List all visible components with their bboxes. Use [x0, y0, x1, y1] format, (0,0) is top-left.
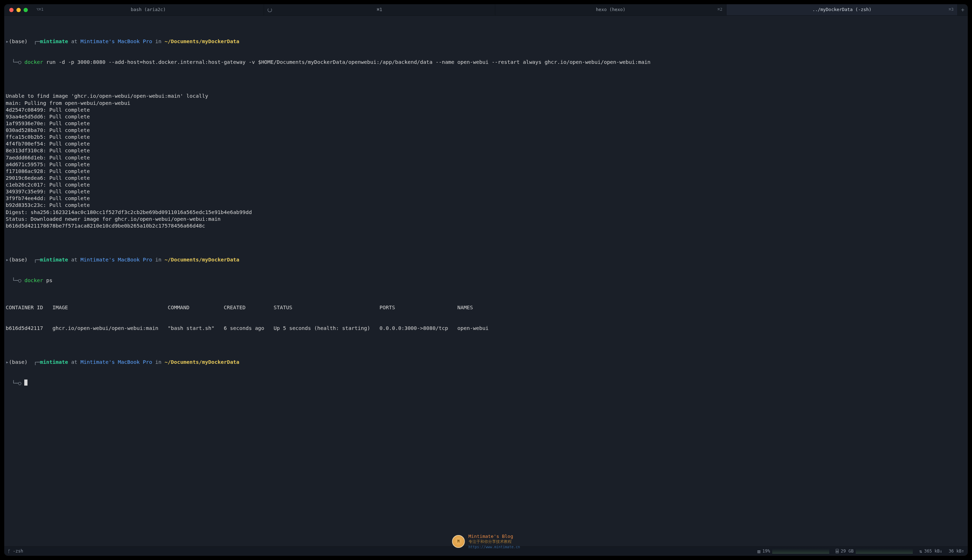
new-tab-button[interactable]: +	[958, 4, 968, 15]
status-cpu-value: 19%	[762, 548, 770, 554]
command-line-2: └─○ docker ps	[6, 277, 966, 284]
tab-4-shortcut: ⌘3	[949, 7, 954, 12]
cmd2-name: docker	[24, 278, 43, 283]
network-icon	[919, 548, 922, 555]
tab-3-label: hexo (hexo)	[596, 7, 625, 13]
output-line: b616d5d421178678be7f571aca8210e10cd9be0b…	[6, 223, 966, 229]
output-line: f171086ac928: Pull complete	[6, 168, 966, 175]
prompt-at: at	[71, 38, 77, 44]
watermark-subtitle: 专注于和你分享技术教程	[468, 539, 520, 545]
output-line: 030ad528ba70: Pull complete	[6, 127, 966, 134]
spinner-icon	[268, 8, 272, 12]
tab-2[interactable]: ⌘1	[264, 4, 495, 15]
watermark-url: https://www.mintimate.cn	[468, 545, 520, 549]
status-net-up: 36 kB↑	[949, 548, 964, 554]
prompt-env: (base)	[9, 38, 27, 44]
ps-row: b616d5d42117 ghcr.io/open-webui/open-web…	[6, 325, 966, 332]
watermark: M Mintimate's Blog 专注于和你分享技术教程 https://w…	[452, 533, 520, 549]
prompt-corner-bot: └─○	[12, 59, 21, 65]
output-line: 93aa4e5d5dd6: Pull complete	[6, 113, 966, 120]
output-line: b92d8353c23c: Pull complete	[6, 202, 966, 209]
output-line: 3f9fb74ee4dd: Pull complete	[6, 195, 966, 202]
status-net-down: 365 kB↓	[924, 548, 942, 554]
ram-sparkline	[856, 548, 913, 553]
output-line: 1af95936e70e: Pull complete	[6, 120, 966, 127]
tab-4-label: ../myDockerData (-zsh)	[812, 7, 872, 13]
output-line: c1eb26c2c017: Pull complete	[6, 182, 966, 188]
output-block-1: Unable to find image 'ghcr.io/open-webui…	[6, 93, 966, 229]
output-line: Unable to find image 'ghcr.io/open-webui…	[6, 93, 966, 100]
output-line: a4d671c59575: Pull complete	[6, 161, 966, 168]
tab-1-left-shortcut: ⌥⌘1	[37, 7, 43, 12]
window-controls	[4, 4, 33, 15]
output-line: ffca15c0b2b5: Pull complete	[6, 134, 966, 140]
zoom-button[interactable]	[23, 8, 28, 12]
status-branch-label: -zsh	[13, 548, 23, 554]
output-line: main: Pulling from open-webui/open-webui	[6, 100, 966, 107]
tab-1-label: bash (aria2c)	[131, 7, 166, 13]
output-line: 7aeddd66d1eb: Pull complete	[6, 155, 966, 161]
output-line: Status: Downloaded newer image for ghcr.…	[6, 216, 966, 223]
watermark-avatar-icon: M	[452, 535, 465, 548]
close-button[interactable]	[9, 8, 13, 12]
prompt-caret: ▸	[6, 38, 9, 44]
prompt-line-2: ▸(base) ┌─mintimate at Mintimate's MacBo…	[6, 257, 966, 263]
watermark-text: Mintimate's Blog 专注于和你分享技术教程 https://www…	[468, 533, 520, 549]
tab-4-active[interactable]: ../myDockerData (-zsh) ⌘3	[727, 4, 958, 15]
output-line: 349397c35e99: Pull complete	[6, 188, 966, 195]
minimize-button[interactable]	[17, 8, 21, 12]
prompt-user: mintimate	[40, 38, 68, 44]
cmd2-args: ps	[47, 278, 52, 283]
output-line: 4d2547c08499: Pull complete	[6, 107, 966, 113]
tab-3-shortcut: ⌘2	[718, 7, 723, 12]
ps-header: CONTAINER ID IMAGE COMMAND CREATED STATU…	[6, 304, 966, 311]
command-line-1: └─○ docker run -d -p 3000:8080 --add-hos…	[6, 59, 966, 66]
output-line: Digest: sha256:1623214ac0c180cc1f527df3c…	[6, 209, 966, 216]
prompt-host: Mintimate's MacBook Pro	[81, 38, 152, 44]
status-ram-value: 29 GB	[841, 548, 854, 554]
plus-icon: +	[961, 6, 965, 13]
terminal-viewport[interactable]: ▸(base) ┌─mintimate at Mintimate's MacBo…	[4, 16, 968, 547]
status-cpu: 19%	[757, 548, 830, 555]
branch-icon	[8, 548, 11, 555]
ram-icon	[836, 548, 839, 555]
status-ram: 29 GB	[836, 548, 913, 555]
tab-1[interactable]: ⌥⌘1 bash (aria2c)	[33, 4, 264, 15]
watermark-title: Mintimate's Blog	[468, 533, 520, 539]
tab-3[interactable]: hexo (hexo) ⌘2	[495, 4, 727, 15]
prompt-corner-top: ┌─	[34, 38, 40, 44]
idle-line: └─○	[6, 380, 966, 387]
cpu-sparkline	[772, 548, 829, 553]
cmd1-args: run -d -p 3000:8080 --add-host=host.dock…	[47, 59, 651, 65]
tab-bar: ⌥⌘1 bash (aria2c) ⌘1 hexo (hexo) ⌘2 ../m…	[4, 4, 968, 16]
cpu-icon	[757, 548, 760, 555]
status-net: 365 kB↓	[919, 548, 942, 555]
output-line: 29019c6edea6: Pull complete	[6, 175, 966, 182]
output-line: 4f4fb700ef54: Pull complete	[6, 140, 966, 147]
terminal-window: ⌥⌘1 bash (aria2c) ⌘1 hexo (hexo) ⌘2 ../m…	[4, 4, 968, 556]
prompt-line-3: ▸(base) ┌─mintimate at Mintimate's MacBo…	[6, 359, 966, 366]
status-branch[interactable]: -zsh	[8, 548, 23, 555]
output-line: 8e313df310c8: Pull complete	[6, 147, 966, 154]
cmd1-name: docker	[24, 59, 43, 65]
tab-2-label: ⌘1	[377, 7, 382, 13]
status-net-up-value: 36 kB↑	[949, 548, 964, 554]
prompt-line-1: ▸(base) ┌─mintimate at Mintimate's MacBo…	[6, 38, 966, 45]
prompt-path: ~/Documents/myDockerData	[165, 38, 239, 44]
prompt-in: in	[155, 38, 161, 44]
cursor	[24, 380, 27, 386]
